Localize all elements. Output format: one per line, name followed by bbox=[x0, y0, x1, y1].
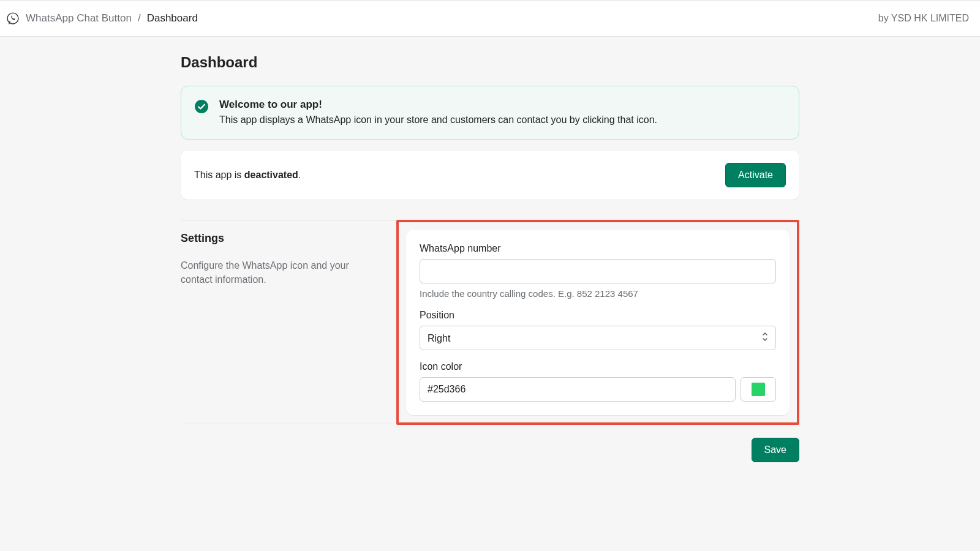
activate-button[interactable]: Activate bbox=[725, 163, 786, 187]
topbar: WhatsApp Chat Button / Dashboard by YSD … bbox=[0, 0, 980, 37]
breadcrumb-separator: / bbox=[138, 12, 141, 24]
whatsapp-number-label: WhatsApp number bbox=[420, 243, 776, 254]
app-byline: by YSD HK LIMITED bbox=[878, 13, 969, 24]
icon-color-swatch-button[interactable] bbox=[741, 377, 776, 402]
banner-description: This app displays a WhatsApp icon in you… bbox=[219, 114, 657, 126]
whatsapp-app-icon bbox=[6, 12, 20, 25]
svg-point-1 bbox=[195, 100, 208, 113]
success-check-icon bbox=[195, 100, 208, 113]
welcome-banner: Welcome to our app! This app displays a … bbox=[181, 86, 799, 140]
settings-card: WhatsApp number Include the country call… bbox=[406, 230, 790, 415]
position-select[interactable]: Right bbox=[420, 326, 776, 350]
color-swatch bbox=[752, 383, 765, 396]
settings-description: Configure the WhatsApp icon and your con… bbox=[181, 258, 383, 287]
activation-card: This app is deactivated. Activate bbox=[181, 151, 799, 200]
breadcrumb: WhatsApp Chat Button / Dashboard bbox=[4, 12, 198, 25]
breadcrumb-current: Dashboard bbox=[147, 12, 198, 24]
settings-highlight-box: WhatsApp number Include the country call… bbox=[396, 220, 799, 425]
position-label: Position bbox=[420, 310, 776, 321]
save-button[interactable]: Save bbox=[752, 438, 799, 462]
activation-status-text: This app is deactivated. bbox=[194, 170, 301, 181]
whatsapp-number-help: Include the country calling codes. E.g. … bbox=[420, 288, 776, 299]
page-title: Dashboard bbox=[181, 54, 799, 71]
settings-heading: Settings bbox=[181, 232, 383, 245]
whatsapp-number-input[interactable] bbox=[420, 259, 776, 283]
icon-color-label: Icon color bbox=[420, 361, 776, 372]
banner-title: Welcome to our app! bbox=[219, 99, 657, 111]
icon-color-input[interactable] bbox=[420, 377, 736, 402]
breadcrumb-app-name[interactable]: WhatsApp Chat Button bbox=[26, 12, 132, 24]
svg-point-0 bbox=[7, 13, 18, 24]
